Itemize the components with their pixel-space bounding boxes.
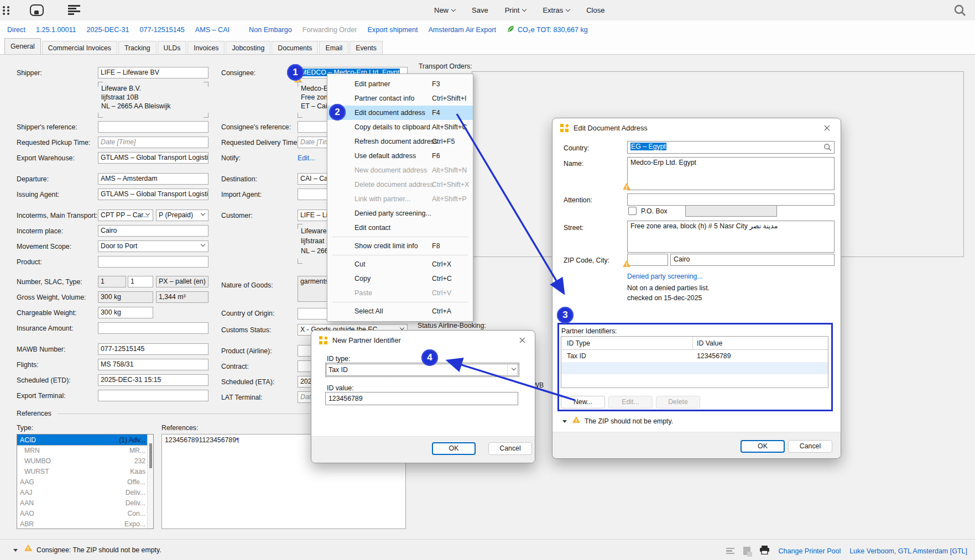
movement-scope-select[interactable]: Door to Port <box>98 240 208 252</box>
table-header[interactable]: ID Type ID Value <box>561 337 828 350</box>
ok-button[interactable]: OK <box>741 440 785 453</box>
reference-type-row[interactable]: WURSTKaas <box>17 466 153 477</box>
id-value-field[interactable]: 123456789 <box>325 392 518 405</box>
mawb-number-field[interactable]: 077-12515145 <box>98 343 208 355</box>
grip-icon[interactable] <box>3 6 9 15</box>
cancel-button[interactable]: Cancel <box>788 440 832 453</box>
departure-field[interactable]: AMS – Amsterdam <box>98 173 208 185</box>
menu-item-select-all[interactable]: Select AllCtrl+A <box>327 304 473 318</box>
insurance-amount-field[interactable] <box>98 322 208 334</box>
id-type-select[interactable]: Tax ID <box>325 363 519 377</box>
reference-type-row[interactable]: ABRExpo... <box>17 519 153 529</box>
shipment-number[interactable]: 1.25.1.00011 <box>36 26 76 34</box>
notify-edit-link[interactable]: Edit... <box>298 154 315 162</box>
co2-total[interactable]: CO₂e TOT: 830,667 kg <box>507 25 588 35</box>
menu-save[interactable]: Save <box>472 6 488 14</box>
cancel-button[interactable]: Cancel <box>488 442 532 455</box>
reference-type-row[interactable]: WUMBO232 <box>17 456 153 466</box>
menu-item-partner-contact-info[interactable]: Partner contact infoCtrl+Shift+I <box>327 91 473 106</box>
user-location-link[interactable]: Luke Verboom, GTL Amsterdam [GTL] <box>849 547 967 555</box>
scheduled-etd-field[interactable]: 2025-DEC-31 15:15 <box>98 374 208 386</box>
log-icon[interactable] <box>726 548 734 554</box>
reference-type-row[interactable]: MRNMR... <box>17 445 153 456</box>
scrollbar-thumb[interactable] <box>149 443 152 468</box>
expander-icon[interactable] <box>562 420 567 423</box>
incoterms-select[interactable]: CPT PP – Car... <box>98 210 153 221</box>
number-field[interactable]: 1 <box>98 276 126 287</box>
tab-ulds[interactable]: ULDs <box>158 41 187 54</box>
change-printer-pool-link[interactable]: Change Printer Pool <box>779 547 841 555</box>
reference-type-row[interactable]: AAGOffe... <box>17 477 153 487</box>
close-icon[interactable] <box>519 337 526 344</box>
table-row[interactable] <box>561 374 828 386</box>
search-icon[interactable] <box>953 4 966 19</box>
new-identifier-button[interactable]: New... <box>561 396 605 409</box>
menu-item-edit-contact[interactable]: Edit contact <box>327 221 473 235</box>
close-icon[interactable] <box>823 124 831 132</box>
reference-type-row[interactable]: ACID(1) Adv... <box>17 435 153 445</box>
partner-identifiers-table[interactable]: ID Type ID Value Tax ID 123456789 <box>561 336 828 388</box>
notes-icon[interactable] <box>743 547 750 555</box>
reference-type-row[interactable]: AANDeliv... <box>17 498 153 508</box>
tab-email[interactable]: Email <box>319 41 348 54</box>
table-row[interactable]: Tax ID 123456789 <box>561 350 828 362</box>
volume-field[interactable]: 1,344 m³ <box>156 291 208 303</box>
shipment-direct[interactable]: Direct <box>7 26 25 34</box>
list-icon[interactable] <box>68 5 81 15</box>
gross-weight-field[interactable]: 300 kg <box>98 291 153 303</box>
printer-icon[interactable] <box>759 546 770 556</box>
table-row[interactable] <box>561 362 828 374</box>
tab-general[interactable]: General <box>4 38 41 54</box>
tab-documents[interactable]: Documents <box>272 41 318 54</box>
home-icon[interactable] <box>30 4 44 16</box>
menu-item-edit-document-address[interactable]: Edit document addressF4 <box>327 106 473 120</box>
denied-party-screening-link[interactable]: Denied party screening... <box>627 273 703 280</box>
menu-item-denied-party-screening[interactable]: Denied party screening... <box>327 206 473 221</box>
tab-tracking[interactable]: Tracking <box>118 41 157 54</box>
menu-extras[interactable]: Extras <box>543 6 570 14</box>
embargo-status[interactable]: Non Embargo <box>249 26 292 34</box>
tab-invoices[interactable]: Invoices <box>187 41 225 54</box>
tab-commercial-invoices[interactable]: Commercial Invoices <box>42 41 117 54</box>
payment-select[interactable]: P (Prepaid) <box>156 210 208 221</box>
export-terminal-field[interactable] <box>98 390 208 401</box>
product-field[interactable] <box>98 256 208 268</box>
menu-close[interactable]: Close <box>586 6 604 14</box>
tab-events[interactable]: Events <box>350 41 383 54</box>
city-field[interactable]: Cairo <box>670 254 835 266</box>
po-box-checkbox[interactable] <box>628 207 637 215</box>
shipment-awb[interactable]: 077-12515145 <box>140 26 185 34</box>
menu-item-copy-details[interactable]: Copy details to clipboardAlt+Shift+C <box>327 120 473 134</box>
menu-item-edit-partner[interactable]: Edit partnerF3 <box>327 77 473 91</box>
reference-type-list[interactable]: ACID(1) Adv... MRNMR... WUMBO232 WURSTKa… <box>17 434 154 529</box>
menu-new[interactable]: New <box>434 6 455 14</box>
menu-item-use-default-address[interactable]: Use default addressF6 <box>327 149 473 163</box>
export-warehouse-field[interactable]: GTLAMS – Global Transport Logistics <box>98 152 208 164</box>
menu-item-show-credit-limit[interactable]: Show credit limit infoF8 <box>327 239 473 253</box>
menu-item-copy[interactable]: CopyCtrl+C <box>327 271 473 286</box>
flights-field[interactable]: MS 758/31 <box>98 359 208 370</box>
menu-item-refresh-document-address[interactable]: Refresh document addressCtrl+F5 <box>327 134 473 149</box>
reference-type-row[interactable]: AAOCon... <box>17 508 153 519</box>
menu-print[interactable]: Print <box>505 6 526 14</box>
shipper-field[interactable]: LIFE – Lifeware BV <box>98 67 208 78</box>
dialog-titlebar[interactable]: New Partner Identifier <box>311 331 535 349</box>
street-field[interactable]: Free zone area, block (h) # 5 Nasr City … <box>627 221 835 253</box>
shipment-date[interactable]: 2025-DEC-31 <box>87 26 129 34</box>
incoterm-place-field[interactable]: Cairo <box>98 225 208 237</box>
ok-button[interactable]: OK <box>432 442 476 455</box>
dialog-titlebar[interactable]: Edit Document Address <box>552 118 841 137</box>
name-field[interactable]: Medco-Erp Ltd. Egypt <box>627 157 835 190</box>
export-shipment-link[interactable]: Export shipment <box>367 26 418 34</box>
slac-field[interactable]: 1 <box>128 276 153 287</box>
issuing-agent-field[interactable]: GTLAMS – Global Transport Logistics <box>98 189 208 200</box>
chargeable-weight-field[interactable]: 300 kg <box>98 307 153 318</box>
requested-pickup-field[interactable]: Date [Time] <box>98 137 208 148</box>
shippers-reference-field[interactable] <box>98 121 208 133</box>
package-type-field[interactable]: PX – pallet (en) <box>156 276 208 287</box>
zip-field[interactable] <box>627 254 668 266</box>
scrollbar[interactable] <box>147 435 153 528</box>
branch-link[interactable]: Amsterdam Air Export <box>428 26 496 34</box>
shipment-route[interactable]: AMS – CAI <box>195 26 230 34</box>
menu-item-cut[interactable]: CutCtrl+X <box>327 257 473 271</box>
